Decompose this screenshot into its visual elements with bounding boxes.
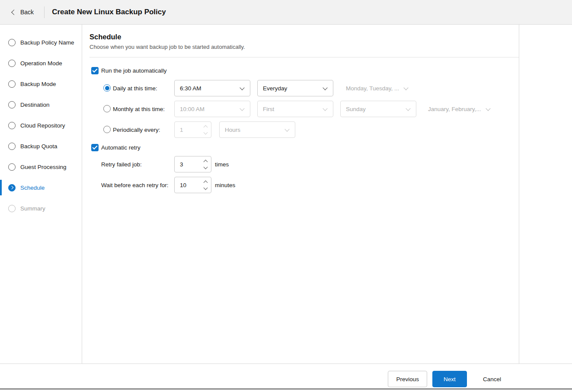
step-circle-icon (8, 60, 16, 67)
run-job-row: Run the job automatically (83, 66, 519, 75)
back-button[interactable]: Back (0, 9, 34, 16)
daily-days-select: Monday, Tuesday, ... (346, 80, 408, 96)
periodically-unit-select: Hours (219, 121, 295, 138)
spinner-up-icon (204, 180, 208, 185)
step-circle-icon (8, 205, 16, 212)
monthly-months-select: January, February,... (428, 101, 490, 117)
step-label: Cloud Repository (20, 122, 65, 129)
sidebar-item-schedule[interactable]: Schedule (0, 177, 82, 198)
monthly-weekday-value: Sunday (346, 106, 366, 112)
create-backup-policy-window: Back Create New Linux Backup Policy Back… (0, 0, 572, 392)
monthly-months-value: January, February,... (428, 106, 481, 112)
periodically-label[interactable]: Periodically every: (113, 127, 160, 133)
retry-wait-value: 10 (180, 182, 186, 188)
chevron-down-icon (284, 127, 289, 131)
page-title: Create New Linux Backup Policy (52, 8, 166, 16)
sidebar-item-guest-processing[interactable]: Guest Processing (0, 156, 82, 177)
step-label: Schedule (20, 185, 45, 191)
step-circle-icon (8, 163, 16, 171)
section-subtitle: Choose when you want backup job to be st… (89, 44, 512, 50)
run-job-checkbox[interactable] (91, 67, 99, 74)
check-icon (92, 144, 97, 150)
step-label: Operation Mode (20, 60, 62, 67)
automatic-retry-checkbox[interactable] (91, 144, 99, 151)
periodically-row: Periodically every: 1 Hours (83, 121, 519, 138)
step-circle-icon (8, 39, 16, 46)
daily-label[interactable]: Daily at this time: (113, 85, 157, 92)
chevron-down-icon (240, 85, 244, 90)
schedule-form: Run the job automatically Daily at this … (83, 66, 519, 193)
monthly-time-select: 10:00 AM (174, 101, 250, 117)
step-label: Backup Mode (20, 81, 56, 87)
chevron-down-icon (240, 106, 244, 111)
monthly-row: Monthly at this time: 10:00 AM First Sun… (83, 101, 519, 117)
sidebar-item-backup-mode[interactable]: Backup Mode (0, 73, 82, 94)
header: Back Create New Linux Backup Policy (0, 0, 572, 25)
spinner-down-icon (204, 130, 208, 134)
retry-count-row: Retry failed job: 3 times (83, 156, 519, 172)
next-button[interactable]: Next (432, 371, 467, 387)
automatic-retry-label[interactable]: Automatic retry (101, 144, 141, 151)
step-label: Destination (20, 102, 50, 108)
cancel-button[interactable]: Cancel (475, 371, 509, 387)
step-circle-icon (8, 122, 16, 129)
step-circle-icon (8, 101, 16, 108)
sidebar-item-backup-policy-name[interactable]: Backup Policy Name (0, 32, 82, 53)
spinner-arrows (204, 126, 207, 134)
retry-wait-spinner[interactable]: 10 (174, 177, 211, 193)
sidebar-item-destination[interactable]: Destination (0, 94, 82, 115)
spinner-arrows[interactable] (204, 181, 207, 189)
previous-button[interactable]: Previous (388, 371, 427, 387)
spinner-down-icon (204, 185, 208, 190)
step-label: Backup Quota (20, 143, 58, 150)
step-circle-icon (8, 143, 16, 150)
sidebar-item-backup-quota[interactable]: Backup Quota (0, 136, 82, 156)
sidebar-item-operation-mode[interactable]: Operation Mode (0, 53, 82, 73)
chevron-right-icon (10, 186, 13, 189)
section-title: Schedule (89, 33, 512, 41)
daily-time-select[interactable]: 6:30 AM (174, 80, 250, 96)
wizard-steps-sidebar: Backup Policy Name Operation Mode Backup… (0, 25, 82, 363)
step-circle-active-icon (8, 184, 16, 191)
daily-frequency-select[interactable]: Everyday (257, 80, 333, 96)
daily-time-value: 6:30 AM (180, 85, 201, 92)
periodically-value: 1 (180, 127, 183, 133)
main-panel: Schedule Choose when you want backup job… (83, 25, 519, 363)
run-job-label[interactable]: Run the job automatically (101, 67, 167, 74)
spinner-up-icon (204, 159, 208, 164)
step-label: Backup Policy Name (20, 39, 74, 46)
section-header: Schedule Choose when you want backup job… (83, 25, 519, 50)
sidebar-item-cloud-repository[interactable]: Cloud Repository (0, 115, 82, 136)
spinner-up-icon (204, 125, 208, 129)
chevron-down-icon (406, 106, 410, 111)
retry-count-spinner[interactable]: 3 (174, 156, 211, 172)
chevron-down-icon (486, 106, 490, 111)
periodically-radio[interactable] (103, 126, 111, 133)
footer: Previous Next Cancel (0, 363, 572, 389)
retry-count-label: Retry failed job: (101, 161, 142, 168)
daily-days-value: Monday, Tuesday, ... (346, 85, 399, 92)
retry-count-value: 3 (180, 161, 183, 168)
retry-wait-suffix: minutes (215, 182, 235, 188)
monthly-ordinal-value: First (263, 106, 274, 112)
step-circle-icon (8, 80, 16, 88)
retry-wait-row: Wait before each retry for: 10 minutes (83, 177, 519, 193)
monthly-label[interactable]: Monthly at this time: (113, 106, 165, 112)
section-divider (89, 57, 519, 57)
automatic-retry-row: Automatic retry (83, 143, 519, 152)
monthly-radio[interactable] (103, 105, 111, 112)
periodically-unit-value: Hours (225, 127, 240, 133)
retry-count-suffix: times (215, 161, 229, 168)
check-icon (92, 67, 97, 73)
sidebar-item-summary: Summary (0, 198, 82, 219)
spinner-arrows[interactable] (204, 160, 207, 169)
monthly-weekday-select: Sunday (340, 101, 416, 117)
retry-wait-label: Wait before each retry for: (101, 182, 169, 188)
daily-row: Daily at this time: 6:30 AM Everyday Mon… (83, 80, 519, 96)
monthly-ordinal-select: First (257, 101, 333, 117)
periodically-value-spinner: 1 (174, 121, 211, 138)
window-bottom-edge (0, 389, 572, 389)
step-label: Summary (20, 205, 45, 212)
chevron-down-icon (323, 85, 327, 90)
daily-radio[interactable] (103, 84, 111, 92)
